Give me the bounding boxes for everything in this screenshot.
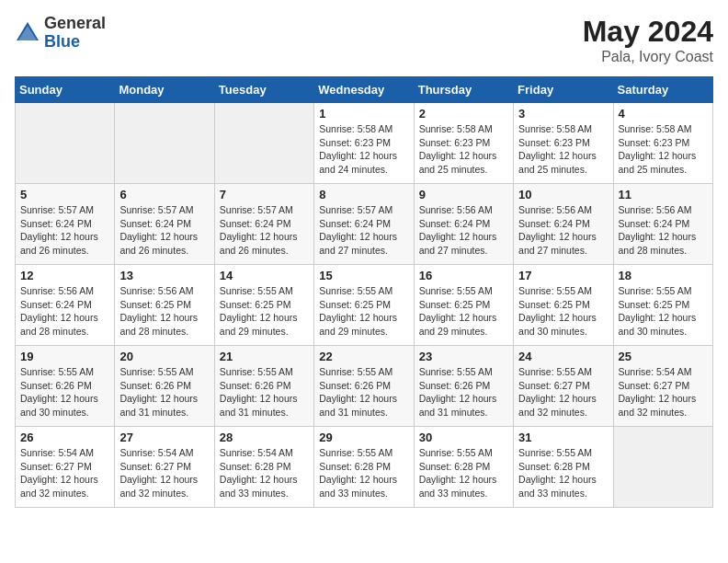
day-number: 9 (419, 188, 508, 201)
calendar-cell: 30Sunrise: 5:55 AM Sunset: 6:28 PM Dayli… (414, 427, 513, 508)
day-number: 2 (419, 107, 508, 121)
day-number: 15 (319, 269, 408, 282)
day-info: Sunrise: 5:54 AM Sunset: 6:27 PM Dayligh… (619, 365, 708, 419)
day-number: 18 (619, 269, 708, 282)
page-header: General Blue May 2024 Pala, Ivory Coast (15, 15, 713, 65)
day-info: Sunrise: 5:58 AM Sunset: 6:23 PM Dayligh… (319, 122, 408, 177)
logo: General Blue (15, 15, 106, 52)
calendar-cell: 7Sunrise: 5:57 AM Sunset: 6:24 PM Daylig… (214, 184, 313, 265)
day-info: Sunrise: 5:57 AM Sunset: 6:24 PM Dayligh… (319, 203, 408, 258)
day-number: 16 (419, 269, 508, 282)
calendar-cell: 29Sunrise: 5:55 AM Sunset: 6:28 PM Dayli… (314, 427, 414, 508)
calendar-cell: 10Sunrise: 5:56 AM Sunset: 6:24 PM Dayli… (514, 184, 613, 265)
calendar-title: May 2024 (583, 15, 713, 49)
day-number: 21 (220, 350, 309, 363)
logo-blue: Blue (44, 32, 80, 51)
day-info: Sunrise: 5:55 AM Sunset: 6:25 PM Dayligh… (419, 284, 508, 339)
week-row-1: 1Sunrise: 5:58 AM Sunset: 6:23 PM Daylig… (16, 103, 713, 184)
calendar-cell: 23Sunrise: 5:55 AM Sunset: 6:26 PM Dayli… (414, 346, 513, 427)
calendar-cell: 20Sunrise: 5:55 AM Sunset: 6:26 PM Dayli… (115, 346, 214, 427)
day-info: Sunrise: 5:55 AM Sunset: 6:26 PM Dayligh… (220, 365, 309, 419)
title-block: May 2024 Pala, Ivory Coast (583, 15, 713, 65)
day-number: 17 (518, 269, 608, 282)
day-info: Sunrise: 5:55 AM Sunset: 6:26 PM Dayligh… (20, 365, 109, 419)
day-info: Sunrise: 5:54 AM Sunset: 6:27 PM Dayligh… (119, 446, 209, 500)
calendar-cell: 4Sunrise: 5:58 AM Sunset: 6:23 PM Daylig… (613, 103, 712, 184)
day-number: 31 (518, 431, 608, 444)
day-number: 10 (518, 188, 608, 201)
day-number: 6 (119, 188, 209, 201)
day-number: 29 (319, 431, 408, 444)
day-info: Sunrise: 5:57 AM Sunset: 6:24 PM Dayligh… (119, 203, 209, 258)
calendar-cell: 11Sunrise: 5:56 AM Sunset: 6:24 PM Dayli… (613, 184, 712, 265)
calendar-table: SundayMondayTuesdayWednesdayThursdayFrid… (15, 76, 713, 508)
day-number: 20 (119, 350, 209, 363)
logo-icon (15, 20, 40, 46)
calendar-cell: 15Sunrise: 5:55 AM Sunset: 6:25 PM Dayli… (314, 265, 414, 346)
day-number: 4 (619, 107, 708, 121)
header-cell-wednesday: Wednesday (314, 77, 414, 103)
day-number: 7 (220, 188, 309, 201)
calendar-cell: 25Sunrise: 5:54 AM Sunset: 6:27 PM Dayli… (613, 346, 712, 427)
calendar-cell (115, 103, 214, 184)
day-info: Sunrise: 5:55 AM Sunset: 6:25 PM Dayligh… (518, 284, 608, 339)
day-info: Sunrise: 5:56 AM Sunset: 6:24 PM Dayligh… (419, 203, 508, 258)
calendar-cell (16, 103, 115, 184)
day-number: 3 (518, 107, 608, 121)
day-info: Sunrise: 5:57 AM Sunset: 6:24 PM Dayligh… (20, 203, 109, 258)
calendar-cell: 5Sunrise: 5:57 AM Sunset: 6:24 PM Daylig… (16, 184, 115, 265)
day-number: 30 (419, 431, 508, 444)
calendar-cell: 2Sunrise: 5:58 AM Sunset: 6:23 PM Daylig… (414, 103, 513, 184)
calendar-cell: 13Sunrise: 5:56 AM Sunset: 6:25 PM Dayli… (115, 265, 214, 346)
day-info: Sunrise: 5:56 AM Sunset: 6:24 PM Dayligh… (518, 203, 608, 258)
day-info: Sunrise: 5:57 AM Sunset: 6:24 PM Dayligh… (220, 203, 309, 258)
day-info: Sunrise: 5:55 AM Sunset: 6:25 PM Dayligh… (319, 284, 408, 339)
day-number: 28 (220, 431, 309, 444)
day-info: Sunrise: 5:55 AM Sunset: 6:25 PM Dayligh… (220, 284, 309, 339)
calendar-cell: 18Sunrise: 5:55 AM Sunset: 6:25 PM Dayli… (613, 265, 712, 346)
day-number: 1 (319, 107, 408, 121)
day-number: 5 (20, 188, 109, 201)
calendar-cell: 1Sunrise: 5:58 AM Sunset: 6:23 PM Daylig… (314, 103, 414, 184)
calendar-body: 1Sunrise: 5:58 AM Sunset: 6:23 PM Daylig… (16, 103, 713, 508)
day-number: 22 (319, 350, 408, 363)
day-number: 11 (619, 188, 708, 201)
day-info: Sunrise: 5:55 AM Sunset: 6:26 PM Dayligh… (419, 365, 508, 419)
day-info: Sunrise: 5:58 AM Sunset: 6:23 PM Dayligh… (419, 122, 508, 177)
header-cell-monday: Monday (115, 77, 214, 103)
week-row-4: 19Sunrise: 5:55 AM Sunset: 6:26 PM Dayli… (16, 346, 713, 427)
header-cell-sunday: Sunday (16, 77, 115, 103)
calendar-cell: 24Sunrise: 5:55 AM Sunset: 6:27 PM Dayli… (514, 346, 613, 427)
day-number: 13 (119, 269, 209, 282)
day-info: Sunrise: 5:55 AM Sunset: 6:28 PM Dayligh… (518, 446, 608, 500)
calendar-cell (613, 427, 712, 508)
day-number: 26 (20, 431, 109, 444)
calendar-cell: 27Sunrise: 5:54 AM Sunset: 6:27 PM Dayli… (115, 427, 214, 508)
day-number: 23 (419, 350, 508, 363)
calendar-cell: 16Sunrise: 5:55 AM Sunset: 6:25 PM Dayli… (414, 265, 513, 346)
day-info: Sunrise: 5:54 AM Sunset: 6:27 PM Dayligh… (20, 446, 109, 500)
day-info: Sunrise: 5:56 AM Sunset: 6:24 PM Dayligh… (20, 284, 109, 339)
day-number: 8 (319, 188, 408, 201)
calendar-cell: 19Sunrise: 5:55 AM Sunset: 6:26 PM Dayli… (16, 346, 115, 427)
calendar-cell: 31Sunrise: 5:55 AM Sunset: 6:28 PM Dayli… (514, 427, 613, 508)
calendar-cell: 9Sunrise: 5:56 AM Sunset: 6:24 PM Daylig… (414, 184, 513, 265)
day-info: Sunrise: 5:55 AM Sunset: 6:26 PM Dayligh… (319, 365, 408, 419)
calendar-cell: 28Sunrise: 5:54 AM Sunset: 6:28 PM Dayli… (214, 427, 313, 508)
day-info: Sunrise: 5:55 AM Sunset: 6:28 PM Dayligh… (319, 446, 408, 500)
calendar-cell: 3Sunrise: 5:58 AM Sunset: 6:23 PM Daylig… (514, 103, 613, 184)
calendar-header: SundayMondayTuesdayWednesdayThursdayFrid… (16, 77, 713, 103)
header-row: SundayMondayTuesdayWednesdayThursdayFrid… (16, 77, 713, 103)
day-info: Sunrise: 5:55 AM Sunset: 6:28 PM Dayligh… (419, 446, 508, 500)
day-number: 25 (619, 350, 708, 363)
day-info: Sunrise: 5:55 AM Sunset: 6:27 PM Dayligh… (518, 365, 608, 419)
day-number: 19 (20, 350, 109, 363)
day-number: 14 (220, 269, 309, 282)
calendar-cell: 22Sunrise: 5:55 AM Sunset: 6:26 PM Dayli… (314, 346, 414, 427)
day-info: Sunrise: 5:58 AM Sunset: 6:23 PM Dayligh… (518, 122, 608, 177)
calendar-cell: 12Sunrise: 5:56 AM Sunset: 6:24 PM Dayli… (16, 265, 115, 346)
week-row-2: 5Sunrise: 5:57 AM Sunset: 6:24 PM Daylig… (16, 184, 713, 265)
week-row-5: 26Sunrise: 5:54 AM Sunset: 6:27 PM Dayli… (16, 427, 713, 508)
header-cell-friday: Friday (514, 77, 613, 103)
calendar-cell: 26Sunrise: 5:54 AM Sunset: 6:27 PM Dayli… (16, 427, 115, 508)
